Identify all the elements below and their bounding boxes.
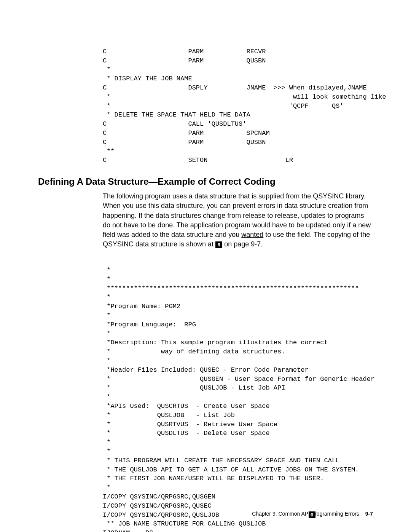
section-heading: Defining A Data Structure—Example of Cor…: [38, 176, 373, 187]
page-footer: Chapter 9. Common API Programming Errors…: [252, 511, 373, 517]
code-line: C PARM SPCNAM: [103, 129, 270, 137]
code-line: C PARM QUSBN: [103, 139, 266, 146]
code-line: * DELETE THE SPACE THAT HELD THE DATA: [103, 111, 250, 118]
code-line: *: [103, 439, 110, 446]
code-line: * QUSLJOB - List Job: [103, 412, 235, 419]
code-line: *Program Name: PGM2: [103, 303, 180, 310]
code-line: * DISPLAY THE JOB NAME: [103, 75, 192, 82]
page-number: 9-7: [365, 511, 373, 517]
code-block-top: C PARM RECVR C PARM QUSBN * * DISPLAY TH…: [103, 38, 373, 165]
code-line: *: [103, 357, 110, 364]
underlined-word: wanted: [241, 231, 263, 238]
code-line: *: [103, 312, 110, 319]
code-line: IJOBNAM DS: [103, 529, 153, 532]
code-line: *APIs Used: QUSCRTUS - Create User Space: [103, 403, 270, 410]
paragraph: The following program uses a data struct…: [103, 192, 373, 249]
code-line: *: [103, 393, 110, 401]
paragraph-text: The following program uses a data struct…: [103, 192, 368, 229]
code-line: *Description: This sample program illust…: [103, 339, 328, 346]
code-block-main: * * ************************************…: [103, 257, 373, 532]
code-line: * QUSDLTUS - Delete User Space: [103, 430, 270, 437]
code-line: * QUSGEN - User Space Format for Generic…: [103, 375, 374, 383]
code-line: *: [103, 294, 110, 301]
code-line: I/COPY QSYSINC/QRPGSRC,QUSEC: [103, 502, 212, 510]
callout-6-icon: 6: [215, 241, 222, 248]
code-line: *: [103, 66, 110, 73]
code-line: *: [103, 330, 110, 337]
code-line: ****************************************…: [103, 285, 359, 292]
code-line: * QUSLJOB - List Job API: [103, 384, 285, 391]
code-line: * THE QUSLJOB API TO GET A LIST OF ALL A…: [103, 466, 359, 473]
code-line: I/COPY QSYSINC/QRPGSRC,QUSGEN: [103, 493, 215, 500]
code-line: *Header Files Included: QUSEC - Error Co…: [103, 366, 309, 374]
code-line: *: [103, 276, 110, 283]
underlined-word: only: [333, 221, 345, 229]
code-line: *: [103, 484, 110, 491]
code-line: * will look something like: [103, 93, 386, 101]
code-line: *Program Language: RPG: [103, 321, 196, 328]
code-line: * 'QCPF QS': [103, 102, 344, 110]
code-line: C SETON LR: [103, 157, 293, 164]
code-line: ** JOB NAME STRUCTURE FOR CALLING QUSLJO…: [103, 520, 266, 527]
code-line: * QUSRTVUS - Retrieve User Space: [103, 421, 277, 428]
code-line: *: [103, 448, 110, 455]
chapter-label: Chapter 9. Common API Programming Errors: [252, 511, 359, 517]
code-line: * way of defining data structures.: [103, 348, 285, 355]
code-line: C PARM QUSBN: [103, 57, 266, 64]
code-line: C DSPLY JNAME >>> When displayed,JNAME: [103, 84, 367, 91]
code-line: C CALL 'QUSDLTUS': [103, 120, 246, 128]
code-line: C PARM RECVR: [103, 48, 266, 55]
code-line: **: [103, 148, 115, 155]
code-line: * THE FIRST JOB NAME/USER WILL BE DISPLA…: [103, 475, 324, 482]
code-line: *: [103, 267, 110, 274]
paragraph-text: on page 9-7.: [222, 240, 263, 248]
code-line: * THIS PROGRAM WILL CREATE THE NECESSARY…: [103, 457, 339, 464]
